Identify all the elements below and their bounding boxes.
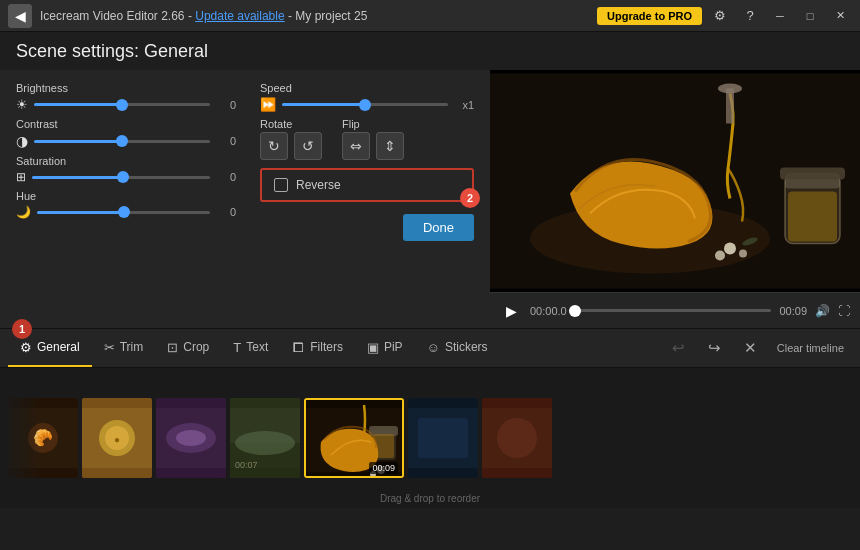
video-controls: ▶ 00:00.0 00:09 🔊 ⛶	[490, 292, 860, 328]
progress-bar[interactable]	[575, 303, 772, 319]
delete-button[interactable]: ✕	[737, 334, 765, 362]
flip-h-button[interactable]: ⇔	[342, 132, 370, 160]
pip-tab-icon: ▣	[367, 340, 379, 355]
app-name: Icecream Video Editor 2.66	[40, 9, 185, 23]
filters-tab-label: Filters	[310, 340, 343, 354]
svg-rect-16	[8, 468, 78, 478]
speed-value: x1	[454, 99, 474, 111]
brightness-slider[interactable]	[34, 103, 210, 106]
close-button[interactable]: ✕	[828, 4, 852, 28]
saturation-group: Saturation ⊞ 0	[16, 155, 236, 184]
done-button[interactable]: Done	[403, 214, 474, 241]
brightness-value: 0	[216, 99, 236, 111]
film-thumb-time-5: 00:09	[369, 462, 398, 474]
clear-timeline-label: Clear timeline	[777, 342, 844, 354]
rotate-cw-icon: ↻	[268, 138, 280, 154]
film-thumb-6[interactable]	[408, 398, 478, 478]
svg-point-34	[235, 431, 295, 455]
main-content: Brightness ☀ 0 Contrast ◑ 0	[0, 70, 860, 328]
current-time: 00:00.0	[530, 305, 567, 317]
svg-text:🥐: 🥐	[33, 428, 53, 447]
saturation-row: ⊞ 0	[16, 170, 236, 184]
rotate-cw-button[interactable]: ↻	[260, 132, 288, 160]
undo-button[interactable]: ↩	[665, 334, 693, 362]
svg-rect-8	[788, 192, 837, 242]
fullscreen-icon[interactable]: ⛶	[838, 304, 850, 318]
redo-icon: ↪	[708, 339, 721, 357]
contrast-label: Contrast	[16, 118, 236, 130]
film-thumb-1[interactable]: 🥐	[8, 398, 78, 478]
settings-panel: Brightness ☀ 0 Contrast ◑ 0	[0, 70, 490, 328]
duration: 00:09	[779, 305, 807, 317]
film-thumb-2[interactable]: ●	[82, 398, 152, 478]
stickers-tab-label: Stickers	[445, 340, 488, 354]
flip-icons: ⇔ ⇕	[342, 132, 404, 160]
toolbar-right: ↩ ↪ ✕ Clear timeline	[665, 329, 852, 367]
svg-rect-21	[82, 468, 152, 478]
tab-crop[interactable]: ⊡ Crop	[155, 329, 221, 367]
bottom-section: 🥐 ●	[0, 368, 860, 508]
svg-rect-27	[156, 468, 226, 478]
film-thumb-7[interactable]	[482, 398, 552, 478]
text-tab-label: Text	[246, 340, 268, 354]
tab-pip[interactable]: ▣ PiP	[355, 329, 415, 367]
filmstrip-fade-right	[820, 368, 860, 508]
speed-label: Speed	[260, 82, 474, 94]
reverse-label: Reverse	[296, 178, 341, 192]
brightness-icon: ☀	[16, 97, 28, 112]
reverse-checkbox[interactable]	[274, 178, 288, 192]
speed-group: Speed ⏩ x1	[260, 82, 474, 112]
rotate-ccw-icon: ↺	[302, 138, 314, 154]
saturation-value: 0	[216, 171, 236, 183]
svg-rect-49	[482, 398, 552, 408]
maximize-button[interactable]: □	[798, 4, 822, 28]
rotate-label: Rotate	[260, 118, 322, 130]
speed-slider[interactable]	[282, 103, 448, 106]
close-icon: ✕	[836, 9, 845, 22]
sliders-section: Brightness ☀ 0 Contrast ◑ 0	[16, 82, 236, 241]
contrast-slider[interactable]	[34, 140, 210, 143]
title-bar-text: Icecream Video Editor 2.66 - Update avai…	[40, 9, 597, 23]
play-button[interactable]: ▶	[500, 300, 522, 322]
filters-tab-icon: ⧠	[292, 340, 305, 355]
upgrade-button[interactable]: Upgrade to PRO	[597, 7, 702, 25]
svg-rect-45	[408, 398, 478, 408]
film-thumb-4[interactable]: 00:07	[230, 398, 300, 478]
tab-text[interactable]: T Text	[221, 329, 280, 367]
flip-v-icon: ⇕	[384, 138, 396, 154]
brightness-label: Brightness	[16, 82, 236, 94]
stickers-tab-icon: ☺	[427, 340, 440, 355]
saturation-slider[interactable]	[32, 176, 210, 179]
clear-timeline-button[interactable]: Clear timeline	[773, 342, 848, 354]
svg-point-29	[176, 430, 206, 446]
brightness-group: Brightness ☀ 0	[16, 82, 236, 112]
hue-icon: 🌙	[16, 205, 31, 219]
update-link[interactable]: Update available	[195, 9, 284, 23]
minimize-button[interactable]: ─	[768, 4, 792, 28]
svg-point-51	[497, 418, 537, 458]
back-button[interactable]: ◀	[8, 4, 32, 28]
maximize-icon: □	[807, 10, 814, 22]
film-thumb-active[interactable]: 00:09	[304, 398, 404, 478]
flip-v-button[interactable]: ⇕	[376, 132, 404, 160]
redo-button[interactable]: ↪	[701, 334, 729, 362]
rotate-ccw-button[interactable]: ↺	[294, 132, 322, 160]
hue-group: Hue 🌙 0	[16, 190, 236, 219]
video-preview	[490, 70, 860, 292]
settings-icon-btn[interactable]: ⚙	[708, 4, 732, 28]
hue-slider[interactable]	[37, 211, 210, 214]
tab-stickers[interactable]: ☺ Stickers	[415, 329, 500, 367]
help-icon-btn[interactable]: ?	[738, 4, 762, 28]
title-bar: ◀ Icecream Video Editor 2.66 - Update av…	[0, 0, 860, 32]
trim-tab-label: Trim	[120, 340, 144, 354]
general-tab-icon: ⚙	[20, 340, 32, 355]
tab-trim[interactable]: ✂ Trim	[92, 329, 156, 367]
film-thumb-3[interactable]	[156, 398, 226, 478]
step-badge-1: 1	[12, 319, 32, 339]
svg-rect-47	[418, 418, 468, 458]
hue-value: 0	[216, 206, 236, 218]
text-tab-icon: T	[233, 340, 241, 355]
volume-icon[interactable]: 🔊	[815, 304, 830, 318]
contrast-value: 0	[216, 135, 236, 147]
tab-filters[interactable]: ⧠ Filters	[280, 329, 355, 367]
